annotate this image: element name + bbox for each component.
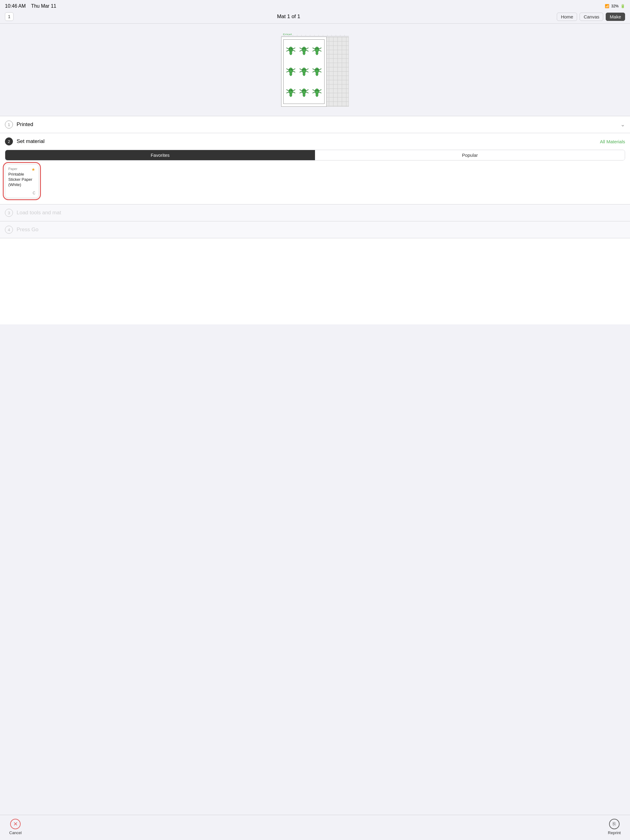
svg-line-36 <box>319 47 321 49</box>
svg-point-57 <box>316 72 318 76</box>
material-card-sticker-paper[interactable]: Paper ★ Printable Sticker Paper (White) … <box>5 164 39 198</box>
tab-favorites[interactable]: Favorites <box>5 150 315 160</box>
svg-line-26 <box>299 47 302 49</box>
section-press-go-left: 4 Press Go <box>5 226 38 234</box>
svg-line-82 <box>313 90 315 91</box>
cancel-circle: ✕ <box>10 819 21 829</box>
step-3-circle: 3 <box>5 209 13 217</box>
mat-print-area <box>281 36 327 107</box>
svg-line-74 <box>299 90 302 91</box>
step-3-title: Load tools and mat <box>17 210 61 216</box>
mat-preview-container: Cricut <box>0 24 630 116</box>
section-set-material-left: 2 Set material <box>5 137 44 145</box>
svg-line-45 <box>293 71 295 72</box>
section-press-go-header: 4 Press Go <box>0 221 630 238</box>
section-load-tools-header: 3 Load tools and mat <box>0 204 630 221</box>
svg-line-58 <box>313 69 315 70</box>
canvas-button[interactable]: Canvas <box>579 13 603 21</box>
svg-point-63 <box>317 69 318 70</box>
status-bar: 10:46 AM Thu Mar 11 📶 32% 🔋 <box>0 0 630 11</box>
make-button[interactable]: Make <box>606 13 625 21</box>
step-4-title: Press Go <box>17 227 38 233</box>
section-load-tools-left: 3 Load tools and mat <box>5 209 61 217</box>
svg-point-46 <box>290 69 290 70</box>
wifi-icon: 📶 <box>605 4 609 8</box>
gecko-icon-4 <box>285 62 297 82</box>
svg-line-18 <box>287 47 289 49</box>
svg-line-61 <box>319 71 321 72</box>
section-set-material-header: 2 Set material All Materials <box>0 133 630 150</box>
svg-line-34 <box>313 47 315 49</box>
empty-area <box>0 238 630 324</box>
ruler-top <box>281 33 349 36</box>
svg-line-67 <box>287 92 289 93</box>
svg-line-27 <box>299 50 302 51</box>
status-indicators: 📶 32% 🔋 <box>605 4 625 8</box>
svg-line-19 <box>287 50 289 51</box>
section-printed-left: 1 Printed <box>5 120 33 128</box>
gecko-cell-7 <box>285 83 297 103</box>
svg-point-33 <box>316 51 318 55</box>
svg-line-28 <box>306 47 309 49</box>
gecko-cell-1 <box>285 41 297 61</box>
gecko-icon-5 <box>298 62 310 82</box>
step-2-circle: 2 <box>5 137 13 145</box>
gecko-cell-5 <box>298 62 310 82</box>
section-printed: 1 Printed ⌄ <box>0 116 630 133</box>
svg-point-65 <box>290 93 292 97</box>
svg-point-81 <box>316 93 318 97</box>
battery-text: 32% <box>611 4 619 8</box>
svg-point-87 <box>317 90 318 91</box>
svg-line-52 <box>306 69 309 70</box>
svg-point-78 <box>303 90 304 91</box>
svg-line-50 <box>299 69 302 70</box>
reprint-icon: ⎘ <box>609 819 619 829</box>
svg-point-41 <box>290 72 292 76</box>
gecko-cell-3 <box>311 41 323 61</box>
svg-point-25 <box>303 51 305 55</box>
svg-line-29 <box>306 50 309 51</box>
gecko-cell-8 <box>298 83 310 103</box>
home-button[interactable]: Home <box>557 13 577 21</box>
svg-point-86 <box>316 90 317 91</box>
material-tabs: Favorites Popular <box>5 150 625 161</box>
nav-bar-left: 1 <box>5 12 20 21</box>
gecko-icon-3 <box>311 41 323 61</box>
svg-point-38 <box>316 48 317 49</box>
cancel-button-icon: ✕ <box>10 819 21 829</box>
svg-point-55 <box>304 69 305 70</box>
gecko-grid <box>283 39 324 104</box>
nav-bar: 1 Mat 1 of 1 Home Canvas Make <box>0 11 630 24</box>
tab-popular[interactable]: Popular <box>315 150 625 160</box>
svg-line-20 <box>293 47 295 49</box>
svg-point-54 <box>303 69 304 70</box>
svg-point-17 <box>290 51 292 55</box>
svg-point-31 <box>304 48 305 49</box>
svg-line-83 <box>313 92 315 93</box>
gecko-icon-2 <box>298 41 310 61</box>
svg-line-68 <box>293 90 295 91</box>
svg-point-22 <box>290 48 290 49</box>
section-printed-header[interactable]: 1 Printed ⌄ <box>0 116 630 133</box>
section-set-material: 2 Set material All Materials Favorites P… <box>0 133 630 204</box>
cancel-button[interactable]: ✕ Cancel <box>9 819 22 835</box>
svg-line-69 <box>293 92 295 93</box>
svg-line-42 <box>287 69 289 70</box>
cancel-label: Cancel <box>9 831 22 835</box>
svg-point-23 <box>291 48 292 49</box>
svg-line-53 <box>306 71 309 72</box>
svg-line-77 <box>306 92 309 93</box>
reprint-button[interactable]: ⎘ Reprint <box>608 819 621 835</box>
svg-line-21 <box>293 50 295 51</box>
bottom-bar: ✕ Cancel ⎘ Reprint <box>0 815 630 840</box>
svg-point-49 <box>303 72 305 76</box>
step-2-title: Set material <box>17 138 44 145</box>
svg-line-35 <box>313 50 315 51</box>
svg-point-70 <box>290 90 290 91</box>
bottom-padding <box>0 324 630 349</box>
svg-line-51 <box>299 71 302 72</box>
materials-grid: Paper ★ Printable Sticker Paper (White) … <box>0 164 630 204</box>
gecko-cell-4 <box>285 62 297 82</box>
gecko-icon-7 <box>285 83 297 103</box>
all-materials-link[interactable]: All Materials <box>600 139 625 144</box>
